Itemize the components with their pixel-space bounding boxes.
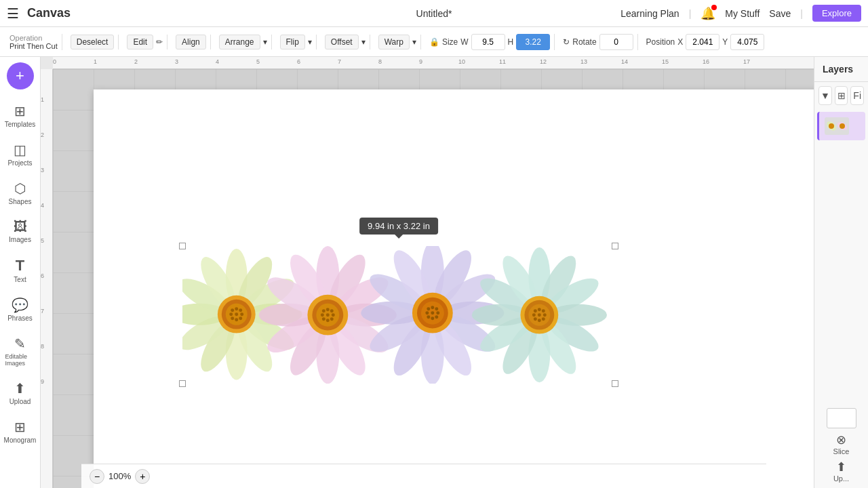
ruler-left-3: 3 <box>41 167 52 174</box>
ruler-left-4: 4 <box>41 202 52 209</box>
svg-point-66 <box>425 312 429 315</box>
layers-collapse-btn[interactable]: ▼ <box>818 86 832 105</box>
handle-top-left[interactable] <box>179 243 186 249</box>
dimension-tooltip: 9.94 in x 3.22 in <box>359 218 438 235</box>
svg-point-46 <box>326 319 330 322</box>
layers-actions: ▼ ⊞ Fi <box>814 82 868 109</box>
slice-icon: ⊗ <box>836 432 846 447</box>
sidebar-item-upload[interactable]: ⬆ Upload <box>3 375 38 411</box>
svg-point-21 <box>231 317 234 320</box>
hamburger-icon[interactable]: ☰ <box>7 5 19 22</box>
svg-point-63 <box>427 308 430 311</box>
handle-bottom-left[interactable] <box>179 380 186 387</box>
ruler-mark-0: 0 <box>53 58 56 65</box>
sidebar-item-projects[interactable]: ◫ Projects <box>3 136 38 172</box>
canvas-wrapper[interactable]: 9.94 in x 3.22 in <box>53 69 814 488</box>
rotate-input[interactable] <box>599 34 633 50</box>
lock-icon: 🔒 <box>429 37 439 47</box>
handle-bottom-right[interactable] <box>612 380 618 387</box>
svg-point-65 <box>435 308 438 311</box>
handle-top-right[interactable] <box>612 243 618 249</box>
ruler-mark-11: 11 <box>499 58 506 65</box>
warp-btn[interactable]: Warp <box>378 35 410 49</box>
size-label: Size <box>442 37 458 47</box>
projects-icon: ◫ <box>14 142 26 158</box>
sidebar-item-editable-images[interactable]: ✎ Editable Images <box>3 330 38 372</box>
upload-right-label: Up... <box>833 474 849 483</box>
my-stuff-link[interactable]: My Stuff <box>725 8 760 19</box>
height-label: H <box>508 37 514 47</box>
pencil-icon: ✏ <box>156 37 163 47</box>
height-input[interactable] <box>516 34 550 50</box>
ruler-mark-5: 5 <box>256 58 260 65</box>
slice-btn[interactable]: ⊗ Slice <box>833 432 850 455</box>
ruler-left-5: 5 <box>41 237 52 244</box>
pos-y-input[interactable] <box>730 34 764 50</box>
operation-field: Operation Print Then Cut <box>9 34 58 50</box>
deselect-btn[interactable]: Deselect <box>71 35 115 49</box>
ruler-mark-17: 17 <box>743 58 750 65</box>
sidebar-item-monogram[interactable]: ⊞ Monogram <box>3 413 38 449</box>
width-input[interactable] <box>471 34 505 50</box>
ruler-mark-3: 3 <box>175 58 178 65</box>
pos-y-label: Y <box>722 37 728 47</box>
upload-right-btn[interactable]: ⬆ Up... <box>833 460 849 483</box>
selected-image[interactable]: 9.94 in x 3.22 in <box>182 245 616 384</box>
doc-title[interactable]: Untitled* <box>416 8 452 19</box>
canvas-page[interactable]: 9.94 in x 3.22 in <box>94 89 814 488</box>
svg-point-71 <box>435 316 438 319</box>
learning-plan-link[interactable]: Learning Plan <box>620 8 679 19</box>
toolbar: Operation Print Then Cut Deselect Edit ✏… <box>0 27 868 57</box>
size-group: 🔒 Size W H <box>425 34 555 50</box>
bell-icon[interactable]: 🔔 <box>701 6 715 21</box>
ruler-mark-15: 15 <box>662 58 669 65</box>
layer-item-active[interactable] <box>817 112 865 140</box>
arrange-btn[interactable]: Arrange <box>219 35 260 49</box>
sidebar-item-templates[interactable]: ⊞ Templates <box>3 98 38 134</box>
upload-icon: ⬆ <box>14 380 26 396</box>
divider1: | <box>689 8 692 19</box>
svg-point-87 <box>534 310 537 313</box>
layers-sort-btn[interactable]: Fi <box>850 86 864 105</box>
svg-point-18 <box>229 313 233 317</box>
sidebar-text-label: Text <box>14 276 26 283</box>
ruler-mark-6: 6 <box>297 58 300 65</box>
explore-btn[interactable]: Explore <box>812 5 861 22</box>
zoom-control: − 100% + <box>90 469 150 484</box>
flip-group: Flip ▾ <box>276 35 317 49</box>
images-icon: 🖼 <box>14 219 27 235</box>
align-btn[interactable]: Align <box>176 35 206 49</box>
canvas-area[interactable]: 0 1 2 3 4 5 6 7 8 9 10 11 12 13 14 15 16… <box>41 57 814 488</box>
ruler-left-9: 9 <box>41 378 52 385</box>
svg-point-47 <box>330 317 334 321</box>
layers-header: Layers <box>814 57 868 82</box>
zoom-in-btn[interactable]: + <box>135 469 150 484</box>
slice-label: Slice <box>833 447 850 455</box>
save-btn[interactable]: Save <box>769 8 791 19</box>
offset-btn[interactable]: Offset <box>325 35 359 49</box>
edit-btn[interactable]: Edit <box>127 35 153 49</box>
warp-group: Warp ▾ <box>374 35 421 49</box>
layers-filter-btn[interactable]: ⊞ <box>835 86 848 105</box>
operation-group: Operation Print Then Cut <box>5 34 62 50</box>
svg-point-93 <box>534 317 537 321</box>
zoom-out-btn[interactable]: − <box>90 469 104 484</box>
svg-point-44 <box>332 314 335 317</box>
sidebar-item-text[interactable]: T Text <box>3 251 38 289</box>
sidebar-templates-label: Templates <box>5 121 36 128</box>
left-sidebar: + ⊞ Templates ◫ Projects ⬡ Shapes 🖼 Imag… <box>0 57 41 488</box>
ruler-mark-13: 13 <box>580 58 587 65</box>
sidebar-item-phrases[interactable]: 💬 Phrases <box>3 291 38 327</box>
sidebar-item-images[interactable]: 🖼 Images <box>3 214 38 249</box>
svg-point-99 <box>840 123 845 129</box>
sidebar-item-shapes[interactable]: ⬡ Shapes <box>3 175 38 211</box>
sidebar-editable-label: Editable Images <box>5 353 35 367</box>
operation-label: Operation <box>9 34 58 42</box>
pos-x-input[interactable] <box>686 34 719 50</box>
flip-btn[interactable]: Flip <box>280 35 305 49</box>
new-button[interactable]: + <box>7 62 34 89</box>
svg-point-39 <box>322 310 326 313</box>
svg-point-94 <box>538 319 541 322</box>
ruler-mark-8: 8 <box>378 58 382 65</box>
color-swatch[interactable] <box>827 408 856 428</box>
